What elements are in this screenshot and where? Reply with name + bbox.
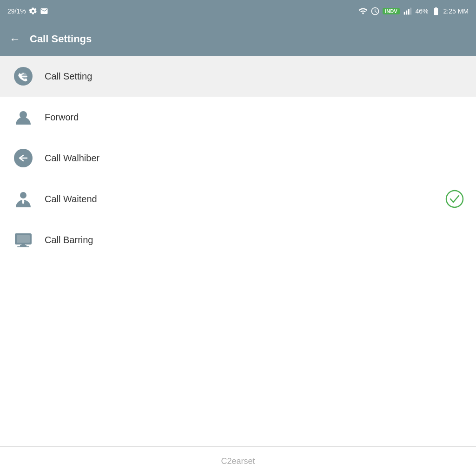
gear-icon (29, 7, 37, 15)
footer-label: C2earset (221, 456, 255, 466)
footer: C2earset (0, 446, 476, 476)
call-waitend-label: Call Waitend (45, 194, 444, 205)
call-walhiber-label: Call Walhiber (45, 153, 465, 164)
indv-badge: INDV (383, 8, 399, 14)
app-header: ← Call Settings (0, 22, 476, 56)
menu-item-call-walhiber[interactable]: Call Walhiber (0, 138, 476, 178)
menu-item-call-barring[interactable]: Call Barring (0, 219, 476, 260)
call-setting-icon (11, 64, 35, 88)
clock-icon (370, 7, 380, 16)
back-button[interactable]: ← (9, 33, 20, 45)
svg-point-10 (446, 191, 463, 207)
forward-label: Forword (45, 112, 465, 123)
svg-rect-1 (406, 11, 407, 15)
menu-list: Call Setting Forword Call Walhiber (0, 56, 476, 260)
call-barring-icon (11, 228, 35, 252)
svg-rect-14 (21, 245, 25, 245)
call-barring-label: Call Barring (45, 235, 465, 245)
call-walhiber-icon (11, 146, 35, 170)
check-icon (444, 189, 465, 209)
status-left: 29/1% (7, 7, 48, 15)
forward-icon (11, 105, 35, 129)
page-title: Call Settings (30, 33, 92, 45)
status-right: INDV 46% 2:25 MM (358, 7, 469, 16)
battery-percent: 46% (416, 7, 429, 15)
wifi-icon (358, 7, 368, 16)
svg-point-7 (20, 192, 26, 198)
svg-rect-12 (17, 235, 30, 243)
svg-rect-2 (408, 9, 409, 15)
envelope-icon (40, 7, 48, 15)
battery-icon (431, 7, 441, 16)
status-bar: 29/1% INDV 46% 2:25 MM (0, 0, 476, 22)
menu-item-forward[interactable]: Forword (0, 97, 476, 138)
svg-rect-3 (410, 8, 411, 15)
svg-rect-0 (403, 12, 405, 15)
menu-item-call-setting[interactable]: Call Setting (0, 56, 476, 97)
menu-item-call-waitend[interactable]: Call Waitend (0, 178, 476, 219)
call-setting-label: Call Setting (45, 71, 465, 82)
time-display: 2:25 MM (443, 7, 469, 15)
call-waitend-icon (11, 187, 35, 211)
signal-icon (403, 7, 413, 15)
status-left-text: 29/1% (7, 7, 26, 15)
